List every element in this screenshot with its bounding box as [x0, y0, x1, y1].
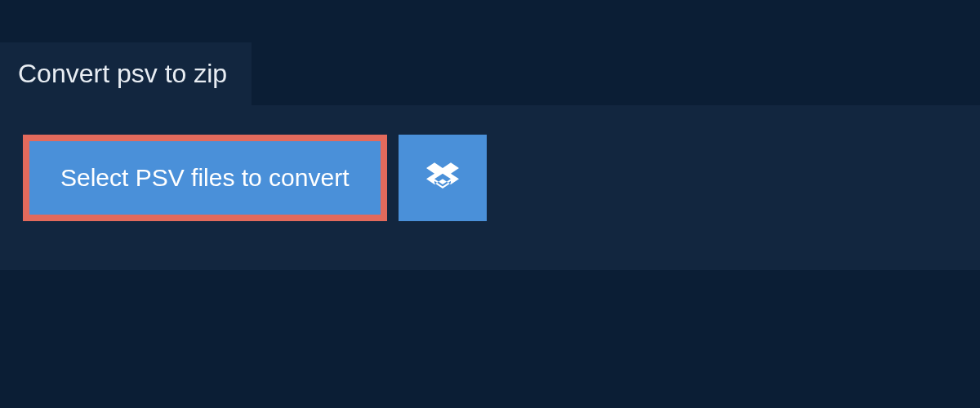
dropbox-icon — [426, 160, 459, 196]
dropbox-button[interactable] — [399, 135, 487, 221]
converter-widget: Convert psv to zip Select PSV files to c… — [0, 0, 980, 270]
upload-panel: Select PSV files to convert — [0, 105, 980, 270]
tab-title: Convert psv to zip — [0, 42, 252, 105]
select-files-button[interactable]: Select PSV files to convert — [23, 135, 387, 221]
button-row: Select PSV files to convert — [23, 135, 957, 221]
select-files-label: Select PSV files to convert — [60, 166, 350, 190]
